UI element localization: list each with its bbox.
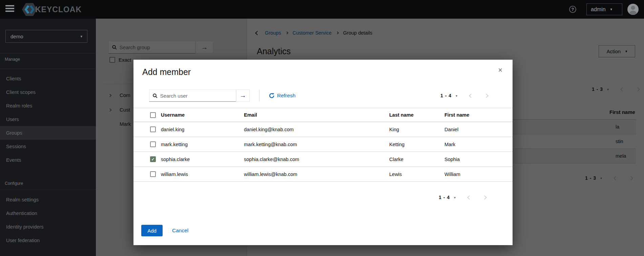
row-checkbox[interactable] <box>150 171 156 177</box>
username-column-header: Username <box>161 112 244 118</box>
sidebar-item-realm-roles[interactable]: Realm roles <box>0 99 96 113</box>
manage-nav: Clients Client scopes Realm roles Users … <box>0 72 96 167</box>
logo-text: KEYCLOAK <box>35 5 82 14</box>
next-page-button[interactable] <box>482 195 487 200</box>
divider <box>259 90 259 101</box>
user-menu-dropdown[interactable]: admin ▾ <box>586 3 622 15</box>
sidebar-item-events[interactable]: Events <box>0 153 96 167</box>
masthead: KEYCLOAK ? admin ▾ <box>0 0 644 19</box>
refresh-icon <box>269 93 274 98</box>
chevron-down-icon: ▾ <box>80 34 82 39</box>
arrow-right-icon: → <box>240 92 246 99</box>
check-icon: ✓ <box>151 157 154 162</box>
divider <box>0 53 96 54</box>
user-row: daniel.king daniel.king@knab.com King Da… <box>133 122 513 137</box>
users-table-header: Username Email Last name First name <box>133 108 513 122</box>
keycloak-logo: KEYCLOAK <box>22 2 82 17</box>
sidebar-item-client-scopes[interactable]: Client scopes <box>0 85 96 99</box>
modal-toolbar: → Refresh 1 - 4 ▾ <box>149 90 504 102</box>
user-row: william.lewis william.lewis@knab.com Lew… <box>133 167 513 182</box>
search-icon <box>153 93 158 98</box>
users-pagination-bottom: 1 - 4 ▾ <box>439 195 486 200</box>
chevron-down-icon: ▾ <box>610 7 612 12</box>
close-icon[interactable]: × <box>498 66 502 74</box>
row-checkbox[interactable] <box>150 141 156 147</box>
realm-selector[interactable]: demo ▾ <box>5 30 87 43</box>
sidebar-item-sessions[interactable]: Sessions <box>0 140 96 153</box>
row-checkbox-checked[interactable]: ✓ <box>150 156 156 162</box>
user-search: → <box>149 90 250 102</box>
sidebar-item-clients[interactable]: Clients <box>0 72 96 85</box>
add-member-modal: Add member × → Refresh <box>133 60 513 245</box>
sidebar-item-user-federation[interactable]: User federation <box>0 234 96 247</box>
user-search-submit-button[interactable]: → <box>236 90 250 102</box>
divider <box>0 190 96 190</box>
user-menu-label: admin <box>591 6 606 13</box>
sidebar-item-authentication[interactable]: Authentication <box>0 206 96 220</box>
user-row: mark.ketting mark.ketting@knab.com Ketti… <box>133 137 513 152</box>
configure-nav: Realm settings Authentication Identity p… <box>0 193 96 247</box>
user-search-input[interactable] <box>160 93 232 99</box>
sidebar: demo ▾ Manage Clients Client scopes Real… <box>0 19 96 256</box>
row-checkbox[interactable] <box>150 126 156 132</box>
next-page-button[interactable] <box>484 94 489 98</box>
chevron-down-icon[interactable]: ▾ <box>456 94 457 98</box>
sidebar-item-identity-providers[interactable]: Identity providers <box>0 220 96 234</box>
sidebar-section-configure: Configure <box>5 181 23 186</box>
avatar[interactable] <box>627 4 639 15</box>
previous-page-button[interactable] <box>469 94 473 98</box>
person-icon <box>627 4 639 15</box>
sidebar-item-groups[interactable]: Groups <box>0 126 96 140</box>
last-name-column-header: Last name <box>389 112 444 118</box>
email-column-header: Email <box>244 112 389 118</box>
select-all-checkbox[interactable] <box>150 112 156 118</box>
divider <box>0 68 96 69</box>
sidebar-section-manage: Manage <box>5 57 20 62</box>
realm-selector-value: demo <box>11 34 23 39</box>
modal-footer: Add Cancel <box>141 225 188 236</box>
help-icon[interactable]: ? <box>569 6 576 13</box>
sidebar-item-realm-settings[interactable]: Realm settings <box>0 193 96 206</box>
hamburger-menu-icon[interactable] <box>5 5 14 13</box>
modal-title: Add member <box>142 67 191 77</box>
refresh-button[interactable]: Refresh <box>269 93 295 99</box>
users-table: Username Email Last name First name dani… <box>133 108 513 182</box>
first-name-column-header: First name <box>444 112 513 118</box>
cancel-button[interactable]: Cancel <box>172 228 188 234</box>
users-pagination-top: 1 - 4 ▾ <box>440 90 488 102</box>
user-row: ✓ sophia.clarke sophia.clarke@knab.com C… <box>133 152 513 167</box>
add-button[interactable]: Add <box>141 225 163 236</box>
previous-page-button[interactable] <box>467 195 472 200</box>
chevron-down-icon[interactable]: ▾ <box>454 196 456 199</box>
keycloak-admin-console: KEYCLOAK ? admin ▾ demo ▾ Manage Clients… <box>0 0 644 256</box>
sidebar-item-users[interactable]: Users <box>0 113 96 126</box>
